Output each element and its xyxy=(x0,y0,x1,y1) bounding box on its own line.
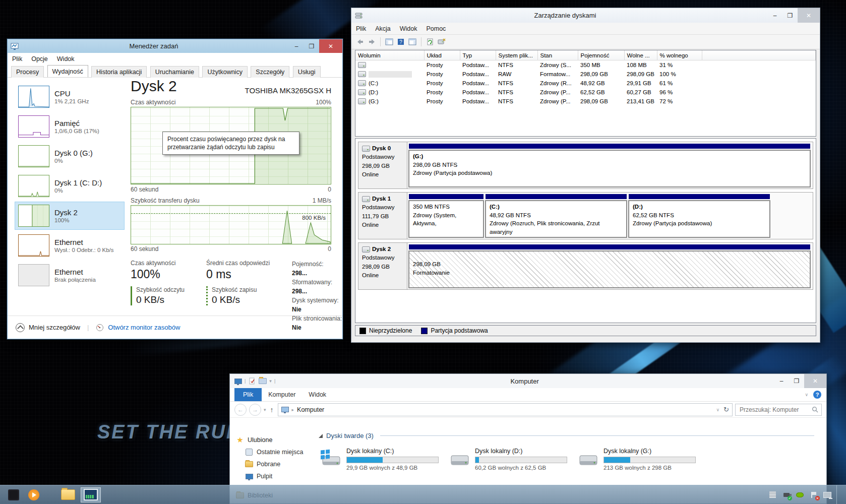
tab-szczegoly[interactable]: Szczegóły xyxy=(251,66,289,78)
sidebar-item-disk1[interactable]: Dysk 1 (C: D:) 0% xyxy=(15,172,125,200)
input-indicator-icon[interactable] xyxy=(768,490,777,499)
minimize-button[interactable]: – xyxy=(289,39,304,53)
tab-uslugi[interactable]: Usługi xyxy=(293,66,321,78)
maximize-button[interactable]: ❐ xyxy=(304,39,319,53)
properties-icon[interactable] xyxy=(248,377,256,385)
menu-plik[interactable]: Plik xyxy=(351,25,371,32)
disk0-header[interactable]: Dysk 0 Podstawowy 298,09 GB Online xyxy=(358,142,407,189)
action-center-flag-icon[interactable]: ✕ xyxy=(809,490,818,499)
volume-row[interactable]: (C:) Prosty Podstaw... NTFS Zdrowy (R...… xyxy=(355,79,816,88)
refresh-icon[interactable] xyxy=(426,37,435,46)
sidebar-item-cpu[interactable]: CPU 1% 2,21 GHz xyxy=(15,83,125,111)
drive-tile-g[interactable]: Dysk lokalny (G:) 213 GB wolnych z 298 G… xyxy=(576,448,704,471)
col-pct-wolnego[interactable]: % wolnego xyxy=(657,50,702,60)
tab-uzytkownicy[interactable]: Użytkownicy xyxy=(202,66,247,78)
close-button[interactable]: ✕ xyxy=(319,39,342,53)
partition-system[interactable]: 350 MB NTFS Zdrowy (System, Aktywna, xyxy=(408,194,485,238)
address-bar[interactable]: ▸ Komputer ∨ ↻ xyxy=(278,403,733,416)
tab-uruchamianie[interactable]: Uruchamianie xyxy=(150,66,199,78)
recent-locations-icon[interactable]: ▾ xyxy=(264,407,266,412)
forward-icon[interactable]: → xyxy=(249,404,261,416)
col-system-plikow[interactable]: System plik... xyxy=(496,50,537,60)
sidebar-item-desktop[interactable]: Pulpit xyxy=(236,470,307,482)
usb-safely-remove-icon[interactable]: ✓ xyxy=(782,490,791,499)
volume-row[interactable]: (D:) Prosty Podstaw... NTFS Zdrowy (P...… xyxy=(355,88,816,97)
help-icon[interactable]: ? xyxy=(396,37,405,46)
ribbon-tab-widok[interactable]: Widok xyxy=(302,388,333,401)
sidebar-favorites[interactable]: ★ Ulubione xyxy=(236,434,307,446)
sidebar-item-disk2[interactable]: Dysk 2 100% xyxy=(15,202,125,230)
drive-tile-d[interactable]: Dysk lokalny (D:) 60,2 GB wolnych z 62,5… xyxy=(447,448,576,471)
fewer-details-button[interactable]: Mniej szczegółów xyxy=(29,324,80,331)
col-typ[interactable]: Typ xyxy=(460,50,496,60)
menu-plik[interactable]: Plik xyxy=(8,55,27,62)
breadcrumb[interactable]: Komputer xyxy=(297,406,324,413)
col-wolumin[interactable]: Wolumin xyxy=(355,50,424,60)
search-box[interactable] xyxy=(735,404,822,416)
show-console-tree-icon[interactable] xyxy=(385,37,394,46)
menu-pomoc[interactable]: Pomoc xyxy=(421,25,450,32)
ribbon-expand-icon[interactable]: ∨ xyxy=(805,392,808,397)
col-uklad[interactable]: Układ xyxy=(424,50,460,60)
taskbar-task-manager-icon[interactable] xyxy=(81,487,101,502)
forward-icon[interactable] xyxy=(367,37,376,46)
tab-wydajnosc[interactable]: Wydajność xyxy=(47,65,88,77)
up-icon[interactable]: ↑ xyxy=(269,406,275,414)
menu-opcje[interactable]: Opcje xyxy=(27,55,52,62)
qat-dropdown-icon[interactable]: ▾ xyxy=(269,379,272,384)
col-pojemnosc[interactable]: Pojemność xyxy=(578,50,624,60)
new-folder-icon[interactable] xyxy=(259,377,267,385)
sidebar-item-memory[interactable]: Pamięć 1,0/6,0 GB (17%) xyxy=(15,112,125,141)
minimize-button[interactable]: – xyxy=(774,374,789,388)
back-icon[interactable] xyxy=(355,37,365,46)
partition-d[interactable]: (D:) 62,52 GB NTFS Zdrowy (Partycja pods… xyxy=(628,194,771,238)
open-resource-monitor-link[interactable]: Otwórz monitor zasobów xyxy=(108,324,180,331)
partition-g[interactable]: (G:) 298,09 GB NTFS Zdrowy (Partycja pod… xyxy=(408,143,812,187)
col-wolne[interactable]: Wolne ... xyxy=(624,50,657,60)
task-manager-titlebar[interactable]: Menedżer zadań – ❐ ✕ xyxy=(8,39,342,53)
ribbon-tab-komputer[interactable]: Komputer xyxy=(262,388,302,401)
ribbon-tab-plik[interactable]: Plik xyxy=(234,388,262,401)
maximize-button[interactable]: ❐ xyxy=(782,8,798,23)
refresh-icon[interactable]: ↻ xyxy=(723,406,729,413)
disk2-header[interactable]: Dysk 2 Podstawowy 298,09 GB Online xyxy=(358,242,407,290)
show-desktop-button[interactable] xyxy=(836,485,841,504)
drive-tile-c[interactable]: Dysk lokalny (C:) 29,9 GB wolnych z 48,9… xyxy=(319,448,447,471)
disk-management-titlebar[interactable]: Zarządzanie dyskami – ❐ ✕ xyxy=(351,8,820,23)
volume-row-selected[interactable]: Prosty Podstaw... RAW Formatow... 298,09… xyxy=(355,70,816,79)
search-input[interactable] xyxy=(739,406,812,414)
group-collapse-icon[interactable] xyxy=(319,434,323,438)
sidebar-item-ethernet[interactable]: Ethernet Wysł.: 0 Odebr.: 0 Kb/s xyxy=(15,231,125,260)
taskbar-media-player-icon[interactable] xyxy=(26,487,41,502)
network-icon[interactable] xyxy=(823,490,831,499)
sidebar-item-recent-places[interactable]: Ostatnie miejsca xyxy=(236,446,307,458)
close-button[interactable]: ✕ xyxy=(804,374,826,388)
help-icon[interactable]: ? xyxy=(813,391,821,399)
back-icon[interactable]: ← xyxy=(234,404,247,416)
tab-historia-aplikacji[interactable]: Historia aplikacji xyxy=(91,66,147,78)
close-button[interactable]: ✕ xyxy=(798,8,820,23)
tab-procesy[interactable]: Procesy xyxy=(11,66,44,78)
col-stan[interactable]: Stan xyxy=(537,50,578,60)
minimize-button[interactable]: – xyxy=(767,8,782,23)
nvidia-icon[interactable] xyxy=(796,490,804,499)
taskbar-app-dark[interactable] xyxy=(6,487,21,502)
sidebar-item-downloads[interactable]: Pobrane xyxy=(236,458,307,470)
taskbar-file-explorer-icon[interactable] xyxy=(61,487,76,502)
maximize-button[interactable]: ❐ xyxy=(789,374,804,388)
show-action-pane-icon[interactable] xyxy=(408,37,417,46)
menu-akcja[interactable]: Akcja xyxy=(371,25,395,32)
sidebar-item-ethernet-disconnected[interactable]: Ethernet Brak połączenia xyxy=(15,261,125,289)
group-header[interactable]: Dyski twarde (3) xyxy=(319,432,814,439)
partition-c[interactable]: (C:) 48,92 GB NTFS Zdrowy (Rozruch, Plik… xyxy=(485,194,628,238)
partition-formatting[interactable]: 298,09 GB Formatowanie xyxy=(408,244,812,288)
volume-row[interactable]: (G:) Prosty Podstaw... NTFS Zdrowy (P...… xyxy=(355,97,816,106)
rescan-disks-icon[interactable] xyxy=(437,37,446,46)
sidebar-item-disk0[interactable]: Dysk 0 (G:) 0% xyxy=(15,142,125,170)
disk1-header[interactable]: Dysk 1 Podstawowy 111,79 GB Online xyxy=(358,192,407,239)
menu-widok[interactable]: Widok xyxy=(395,25,422,32)
address-dropdown-icon[interactable]: ∨ xyxy=(716,407,720,412)
explorer-titlebar[interactable]: | ▾ | Komputer – ❐ ✕ xyxy=(230,374,826,388)
volume-row[interactable]: Prosty Podstaw... NTFS Zdrowy (S... 350 … xyxy=(355,60,816,70)
menu-widok[interactable]: Widok xyxy=(52,55,79,62)
